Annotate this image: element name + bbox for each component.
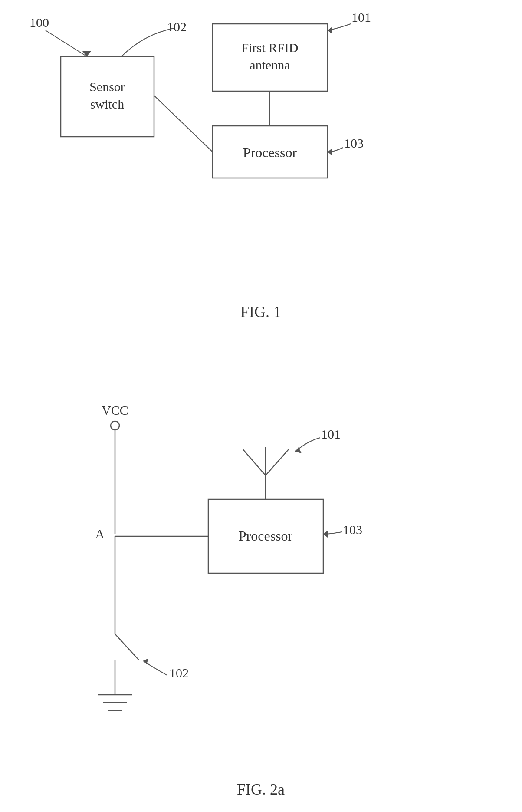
ref-103-fig2a-label: 103: [343, 522, 362, 537]
processor-text-fig2a: Processor: [239, 528, 293, 544]
ref-103-fig2a-arrowhead: [323, 531, 328, 538]
arrow-100-head: [82, 51, 91, 56]
rfid-text-2: antenna: [250, 58, 290, 72]
ref-101-fig1-label: 101: [351, 10, 371, 24]
fig2a-diagram: VCC A Processor 103 101 102: [0, 365, 522, 812]
fig1-caption: FIG. 1: [240, 303, 281, 320]
sensor-to-processor-line: [154, 96, 213, 152]
ref-102-label: 102: [167, 20, 187, 34]
processor-text-fig1: Processor: [243, 145, 297, 160]
ref-102-fig2a-label: 102: [169, 666, 189, 680]
rfid-text-1: First RFID: [242, 40, 299, 55]
fig1-diagram: 100 Sensor switch 102 First RFID antenna…: [0, 0, 522, 339]
ref-101-fig2a-label: 101: [321, 427, 341, 441]
ref-103-arrowhead: [328, 149, 332, 155]
antenna-branch-left: [243, 449, 266, 475]
vcc-label: VCC: [102, 403, 128, 417]
switch-line: [115, 634, 139, 660]
node-a-label: A: [95, 527, 105, 541]
ref-100-label: 100: [30, 15, 49, 30]
sensor-switch-text-2: switch: [90, 97, 124, 111]
antenna-branch-right: [266, 449, 289, 475]
ref-103-fig1-label: 103: [344, 136, 364, 150]
ref-101-arrowhead: [328, 27, 332, 34]
sensor-switch-text-1: Sensor: [89, 79, 125, 94]
arrow-100-line: [46, 30, 87, 56]
page: 100 Sensor switch 102 First RFID antenna…: [0, 0, 522, 812]
fig2a-caption: FIG. 2a: [237, 781, 285, 798]
ref-102-arrow: [121, 28, 174, 56]
vcc-node: [111, 421, 119, 430]
